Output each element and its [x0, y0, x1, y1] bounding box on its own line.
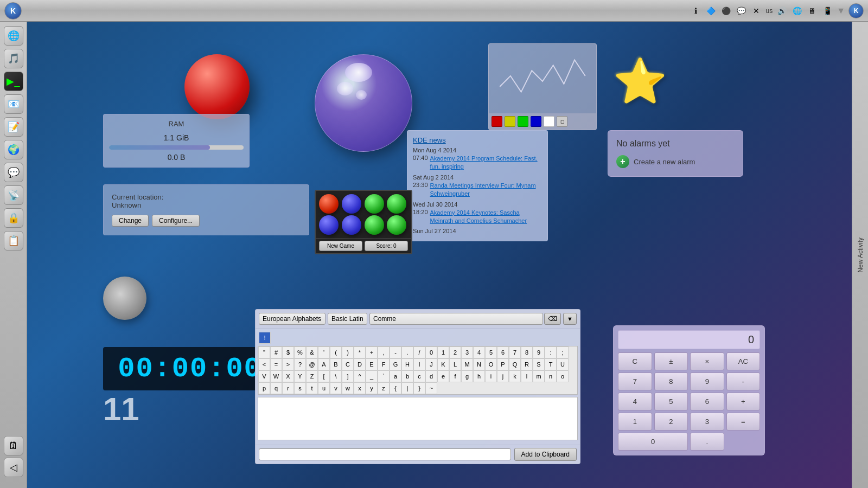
drawing-widget[interactable]: ◻ — [488, 43, 597, 130]
char-cell[interactable]: = — [270, 358, 282, 370]
char-cell[interactable]: 6 — [497, 346, 509, 358]
calc-allclear-btn[interactable]: AC — [726, 352, 761, 370]
char-cell[interactable]: C — [342, 358, 354, 370]
char-cell[interactable]: J — [425, 358, 437, 370]
char-cell[interactable]: Y — [294, 370, 306, 382]
char-cell[interactable]: c — [413, 370, 425, 382]
weather-configure-button[interactable]: Configure... — [152, 215, 200, 227]
calc-three-btn[interactable]: 3 — [690, 413, 724, 431]
char-cell[interactable]: F — [378, 358, 390, 370]
calc-five-btn[interactable]: 5 — [654, 393, 688, 410]
ball-r2c4[interactable] — [387, 215, 406, 235]
charmap-subset-select[interactable]: Basic Latin — [328, 313, 367, 325]
new-game-button[interactable]: New Game — [319, 241, 362, 251]
char-cell[interactable]: M — [461, 358, 473, 370]
char-cell[interactable]: R — [521, 358, 533, 370]
char-cell[interactable]: : — [545, 346, 557, 358]
char-cell[interactable]: g — [461, 370, 473, 382]
char-cell[interactable]: T — [545, 358, 557, 370]
char-cell[interactable]: ? — [294, 358, 306, 370]
calc-zero-btn[interactable]: 0 — [618, 433, 688, 451]
char-cell[interactable]: @ — [306, 358, 318, 370]
calc-plusminus-btn[interactable]: ± — [654, 352, 688, 370]
char-cell[interactable]: j — [497, 370, 509, 382]
char-cell[interactable]: . — [401, 346, 413, 358]
news-link-1[interactable]: Akademy 2014 Program Schedule: Fast, fun… — [430, 155, 542, 171]
weather-change-button[interactable]: Change — [112, 215, 149, 227]
char-cell[interactable]: < — [258, 358, 270, 370]
char-cell[interactable]: k — [509, 370, 521, 382]
char-cell[interactable]: ' — [318, 346, 330, 358]
color-green[interactable] — [518, 116, 528, 127]
char-cell[interactable]: V — [258, 370, 270, 382]
calc-six-btn[interactable]: 6 — [690, 393, 724, 410]
char-cell[interactable]: r — [282, 382, 294, 394]
sidebar-item-editor[interactable]: 📝 — [4, 117, 23, 137]
device-tray-icon[interactable]: 📱 — [821, 5, 833, 17]
char-cell[interactable]: z — [378, 382, 390, 394]
char-cell[interactable]: [ — [318, 370, 330, 382]
ball-r1c2[interactable] — [342, 194, 361, 214]
charmap-preview-textarea[interactable] — [258, 397, 578, 440]
ball-r1c1[interactable] — [319, 194, 339, 214]
char-cell[interactable]: " — [258, 346, 270, 358]
color-white[interactable] — [544, 116, 554, 127]
char-cell[interactable]: G — [390, 358, 401, 370]
char-cell[interactable]: 7 — [509, 346, 521, 358]
calc-clear-btn[interactable]: C — [618, 352, 652, 370]
char-cell[interactable]: 2 — [449, 346, 461, 358]
news-title[interactable]: KDE news — [413, 136, 542, 144]
char-cell[interactable]: U — [557, 358, 569, 370]
create-alarm-button[interactable]: + Create a new alarm — [616, 155, 735, 168]
calc-seven-btn[interactable]: 7 — [618, 373, 652, 390]
char-cell[interactable]: K — [437, 358, 449, 370]
calc-eight-btn[interactable]: 8 — [654, 373, 688, 390]
eraser-tool[interactable]: ◻ — [557, 116, 567, 127]
calc-one-btn[interactable]: 1 — [618, 413, 652, 431]
char-cell[interactable]: 4 — [473, 346, 485, 358]
kde-menu-button[interactable]: K — [4, 2, 22, 20]
sidebar-item-globe[interactable]: 🌍 — [4, 140, 23, 159]
char-cell[interactable]: t — [306, 382, 318, 394]
char-cell[interactable]: d — [425, 370, 437, 382]
char-cell[interactable]: f — [449, 370, 461, 382]
char-cell[interactable]: X — [282, 370, 294, 382]
calc-multiply-btn[interactable]: × — [690, 352, 724, 370]
charmap-clipboard-input[interactable] — [259, 448, 511, 460]
char-cell[interactable]: > — [282, 358, 294, 370]
char-cell[interactable]: W — [270, 370, 282, 382]
ball-r2c1[interactable] — [319, 215, 339, 235]
char-cell[interactable]: e — [437, 370, 449, 382]
color-yellow[interactable] — [505, 116, 515, 127]
char-cell[interactable]: w — [342, 382, 354, 394]
sidebar-item-email[interactable]: 📧 — [4, 94, 23, 114]
char-cell[interactable]: y — [366, 382, 378, 394]
char-cell[interactable]: p — [258, 382, 270, 394]
char-cell[interactable]: 5 — [485, 346, 497, 358]
char-cell[interactable]: x — [354, 382, 366, 394]
news-link-3[interactable]: Akademy 2014 Keynotes: Sascha Meinrath a… — [430, 209, 542, 226]
char-cell[interactable]: ~ — [425, 382, 437, 394]
char-cell[interactable]: Z — [306, 370, 318, 382]
char-cell[interactable]: N — [473, 358, 485, 370]
char-cell[interactable]: | — [401, 382, 413, 394]
drawing-canvas[interactable] — [489, 44, 596, 113]
char-cell-selected[interactable]: ! — [259, 332, 271, 344]
display-tray-icon[interactable]: 🖥 — [806, 5, 818, 17]
char-cell[interactable]: l — [521, 370, 533, 382]
char-cell[interactable]: u — [318, 382, 330, 394]
sidebar-item-chat[interactable]: 💬 — [4, 163, 23, 182]
char-cell[interactable]: % — [294, 346, 306, 358]
news-link-2[interactable]: Randa Meetings Interview Four: Mynam Sch… — [430, 182, 542, 198]
char-cell[interactable]: $ — [282, 346, 294, 358]
char-cell[interactable]: h — [473, 370, 485, 382]
charmap-category-select[interactable]: European Alphabets — [259, 313, 326, 325]
calc-plus-btn[interactable]: + — [726, 393, 761, 410]
char-cell[interactable]: ( — [330, 346, 342, 358]
ball-r2c2[interactable] — [342, 215, 361, 235]
char-cell[interactable]: 9 — [533, 346, 545, 358]
char-cell[interactable]: q — [270, 382, 282, 394]
sidebar-item-clipboard[interactable]: 📋 — [4, 231, 23, 251]
char-cell[interactable]: b — [401, 370, 413, 382]
char-cell[interactable]: 8 — [521, 346, 533, 358]
